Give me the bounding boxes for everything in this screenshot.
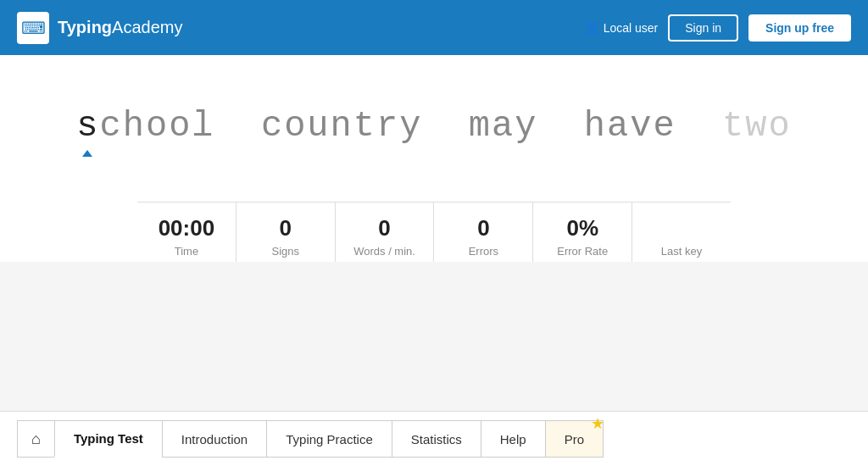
- stat-signs-value: 0: [245, 215, 326, 241]
- header: ⌨ TypingAcademy 👤 Local user Sign in Sig…: [0, 0, 868, 55]
- logo-icon: ⌨: [17, 12, 49, 44]
- tab-typing-practice[interactable]: Typing Practice: [266, 420, 392, 458]
- stat-words-min-value: 0: [344, 215, 426, 241]
- stat-words-min: 0 Words / min.: [336, 202, 435, 262]
- stat-errors: 0 Errors: [434, 202, 533, 262]
- stat-error-rate-label: Error Rate: [542, 245, 623, 258]
- brand-light: Academy: [112, 18, 182, 36]
- header-right: 👤 Local user Sign in Sign up free: [585, 14, 851, 42]
- stat-time-value: 00:00: [146, 215, 227, 241]
- user-icon: 👤: [585, 21, 599, 35]
- stat-error-rate-value: 0%: [542, 215, 623, 241]
- remaining-text: chool country may have two: [100, 106, 792, 147]
- stat-error-rate: 0% Error Rate: [533, 202, 632, 262]
- pro-star-icon: ★: [591, 414, 604, 433]
- brand-bold: Typing: [58, 18, 112, 36]
- logo-text: TypingAcademy: [58, 18, 182, 37]
- stat-time: 00:00 Time: [137, 202, 236, 262]
- local-user-info: 👤 Local user: [585, 21, 659, 35]
- typed-text: s: [76, 106, 99, 147]
- tab-home[interactable]: ⌂: [17, 420, 55, 458]
- typing-display: school country may have two: [76, 106, 791, 147]
- signup-button[interactable]: Sign up free: [748, 14, 851, 42]
- tab-pro[interactable]: ★ Pro: [545, 420, 604, 458]
- stat-last-key-label: Last key: [641, 245, 722, 258]
- stat-time-label: Time: [146, 245, 227, 258]
- stat-last-key-value: [641, 215, 722, 241]
- stat-errors-value: 0: [442, 215, 524, 241]
- main-content: school country may have two 00:00 Time 0…: [0, 55, 868, 262]
- signin-button[interactable]: Sign in: [668, 14, 738, 42]
- tabs-bar: ⌂ Typing Test Introduction Typing Practi…: [0, 411, 868, 466]
- tab-typing-test[interactable]: Typing Test: [54, 420, 163, 458]
- stat-errors-label: Errors: [442, 245, 524, 258]
- local-user-label: Local user: [604, 21, 659, 35]
- stat-signs: 0 Signs: [236, 202, 336, 262]
- stats-row: 00:00 Time 0 Signs 0 Words / min. 0 Erro…: [137, 202, 731, 262]
- stat-words-min-label: Words / min.: [344, 245, 426, 258]
- cursor-indicator: [82, 150, 92, 157]
- stat-signs-label: Signs: [245, 245, 326, 258]
- tab-help[interactable]: Help: [481, 420, 546, 458]
- tab-introduction[interactable]: Introduction: [162, 420, 267, 458]
- tab-statistics[interactable]: Statistics: [392, 420, 481, 458]
- logo-area: ⌨ TypingAcademy: [17, 12, 182, 44]
- stat-last-key: Last key: [632, 202, 731, 262]
